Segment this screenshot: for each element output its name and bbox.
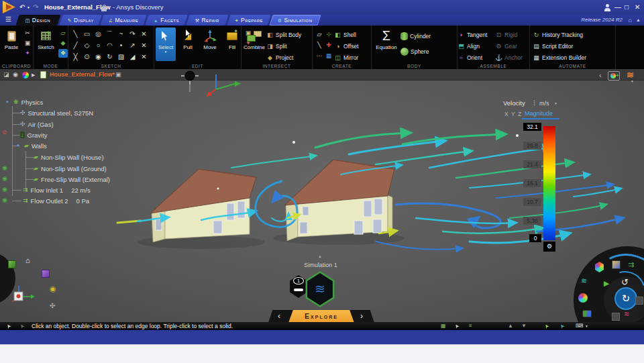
sketch-fill-icon[interactable]: ▨ — [115, 51, 127, 62]
radial-play-icon[interactable]: ▶ — [604, 279, 609, 288]
wall-external-marker-icon[interactable]: ◉ — [2, 175, 7, 182]
sketch-arc-icon[interactable]: ⌒ — [104, 28, 115, 40]
pull-button[interactable]: ◢ Pull — [178, 28, 198, 61]
house-2[interactable] — [284, 160, 394, 241]
keyboard-shortcuts-icon[interactable]: ⌨ — [576, 322, 584, 330]
close-button[interactable]: ✕ — [635, 0, 640, 15]
fill-button[interactable]: ✦ Fill — [222, 28, 242, 61]
menu-icon[interactable]: ☰ — [5, 15, 11, 23]
create-line-icon[interactable]: ╲ — [315, 40, 324, 50]
sketch-line-icon[interactable]: ╲ — [70, 28, 81, 40]
sketch-project-icon[interactable]: ↗ — [127, 40, 138, 51]
sketch-spline-icon[interactable]: ~ — [115, 28, 127, 40]
collapse-minus-icon[interactable] — [294, 289, 303, 291]
tree-item-wall-external[interactable]: ▰ Free-Slip Wall (External) — [34, 174, 110, 184]
sketch-polygon-icon[interactable]: ◇ — [81, 40, 93, 51]
legend-menu-icon[interactable]: ⋮ — [531, 99, 537, 106]
create-point-icon[interactable]: ⊹ — [324, 29, 333, 40]
flow-outlet-marker-icon[interactable]: ◉ — [2, 197, 7, 203]
solid-mode-icon[interactable]: ❖ — [58, 49, 68, 58]
house-1[interactable] — [150, 169, 256, 242]
radial-streamlines-icon[interactable]: ≋ — [581, 276, 587, 285]
box-select-icon[interactable]: ▦ — [441, 322, 446, 330]
tab-display[interactable]: ✎Display — [59, 15, 101, 25]
view-cube-triad[interactable] — [5, 282, 35, 311]
sketch-trim-icon[interactable]: ✕ — [138, 28, 150, 40]
legend-unit-dropdown-icon[interactable]: ▼ — [554, 101, 557, 105]
tree-item-physics[interactable]: ▼ ❋ Physics — [5, 97, 43, 107]
stage-next-icon[interactable]: › — [360, 310, 363, 323]
tree-item-flow-outlet[interactable]: ⇉ Flow Outlet 2 0 Pa — [23, 196, 89, 205]
stage-prev-icon[interactable]: ‹ — [278, 310, 280, 323]
history-tracking-button[interactable]: ↻History Tracking — [533, 30, 586, 40]
radial-map-icon[interactable] — [582, 310, 592, 317]
radial-cube-icon[interactable] — [612, 260, 621, 269]
flow-inlet-marker-icon[interactable]: ◉ — [2, 186, 7, 193]
add-display-icon[interactable]: + — [608, 71, 620, 81]
gear-button[interactable]: ⚙Gear — [495, 41, 526, 51]
tree-item-walls[interactable]: ▼ ▰ Walls — [16, 141, 47, 150]
cut-icon[interactable]: ✂ — [23, 29, 32, 38]
combine-button[interactable]: Combine — [243, 28, 266, 61]
create-pattern-icon[interactable]: ▦ — [324, 50, 333, 61]
sketch-offset-curve-icon[interactable]: ⊙ — [81, 51, 93, 62]
mirror-button[interactable]: ◫Mirror — [334, 52, 359, 62]
monitor-pulse-icon[interactable]: ≋ — [627, 70, 634, 80]
previous-selection-icon[interactable]: ➤ — [558, 322, 568, 330]
home-icon[interactable]: ⌂ — [629, 17, 632, 23]
radial-mesh-sphere-icon[interactable] — [578, 293, 588, 303]
radial-chart-icon[interactable]: ≈ — [625, 309, 629, 319]
legend-axis-y[interactable]: Y — [511, 111, 515, 117]
next-selection-icon[interactable]: ➤ — [543, 322, 552, 330]
collapse-ribbon-icon[interactable]: ▲ — [636, 17, 641, 22]
radial-undo-icon[interactable]: ↺ — [621, 277, 629, 287]
sketch-construction-line-icon[interactable]: ╱ — [70, 40, 81, 51]
anchor-button[interactable]: ⚓Anchor — [495, 52, 526, 62]
sketch-rectangle-icon[interactable]: ▭ — [81, 28, 93, 40]
tab-simulation[interactable]: ⚙Simulation — [269, 15, 321, 25]
tab-facets[interactable]: ▲Facets — [145, 15, 187, 25]
section-mode-icon[interactable]: ◆ — [58, 39, 68, 48]
legend-axis-x[interactable]: X — [504, 111, 508, 117]
restore-button[interactable]: □ — [625, 0, 629, 15]
move-button[interactable]: Move — [200, 28, 220, 61]
copy-icon[interactable]: ▣ — [23, 39, 32, 48]
paste-button[interactable]: Paste — [1, 28, 21, 61]
sketch-trim-away-icon[interactable]: ✕ — [138, 40, 150, 51]
create-plane-icon[interactable]: ▱ — [315, 29, 324, 40]
move-down-icon[interactable]: ▼ — [521, 322, 527, 330]
sketch-delete-icon[interactable]: ✕ — [138, 51, 150, 62]
shell-button[interactable]: ◧Shell — [334, 30, 359, 40]
sketch-mirror-line-icon[interactable]: ╳ — [70, 51, 81, 62]
sketch-ellipse-icon[interactable]: ○ — [93, 40, 104, 51]
wall-ground-marker-icon[interactable]: ◉ — [2, 164, 7, 171]
expand-icon[interactable]: ▼ — [16, 144, 21, 148]
format-paint-icon[interactable]: ✦ — [23, 49, 32, 58]
cylinder-button[interactable]: Cylinder — [400, 31, 431, 41]
select-button[interactable]: Select ▼ — [156, 28, 176, 61]
project-button[interactable]: ◆Project — [266, 52, 301, 62]
tab-measure[interactable]: ∠Measure — [100, 15, 146, 25]
split-body-button[interactable]: ◧Split Body — [266, 30, 301, 40]
undo-icon[interactable]: ↶ — [19, 0, 25, 15]
panel-chevron-left-icon[interactable]: ‹ — [599, 71, 602, 79]
radial-purple-box-icon[interactable] — [42, 270, 50, 278]
stage-expand-icon[interactable]: ▲ — [318, 254, 322, 258]
radial-settings-icon[interactable]: ◉ — [50, 284, 56, 293]
sketch-tangent-arc-icon[interactable]: ◠ — [104, 40, 115, 51]
orient-button[interactable]: ≈Orient — [458, 52, 495, 62]
radial-arrows-icon[interactable]: ⇉ — [628, 260, 634, 269]
split-button[interactable]: ◨Split — [266, 41, 301, 51]
rigid-button[interactable]: ⊡Rigid — [495, 30, 526, 40]
sketch-concentric-icon[interactable]: ◉ — [93, 51, 104, 62]
radial-gray-cube2-icon[interactable] — [612, 313, 620, 321]
explore-mode-button[interactable]: Explore — [288, 310, 354, 323]
monitor-dropdown-icon[interactable]: ▼ — [631, 79, 634, 83]
radial-gray-cube-icon[interactable] — [635, 297, 643, 305]
sphere-button[interactable]: Sphere — [400, 46, 431, 56]
legend-component[interactable]: Magnitude — [525, 110, 553, 117]
gravity-suppressed-icon[interactable]: ⊘ — [2, 129, 7, 136]
legend-unit[interactable]: m/s — [539, 100, 549, 107]
sun-compass-icon[interactable] — [181, 71, 199, 92]
script-editor-button[interactable]: ▤Script Editor — [533, 41, 586, 51]
